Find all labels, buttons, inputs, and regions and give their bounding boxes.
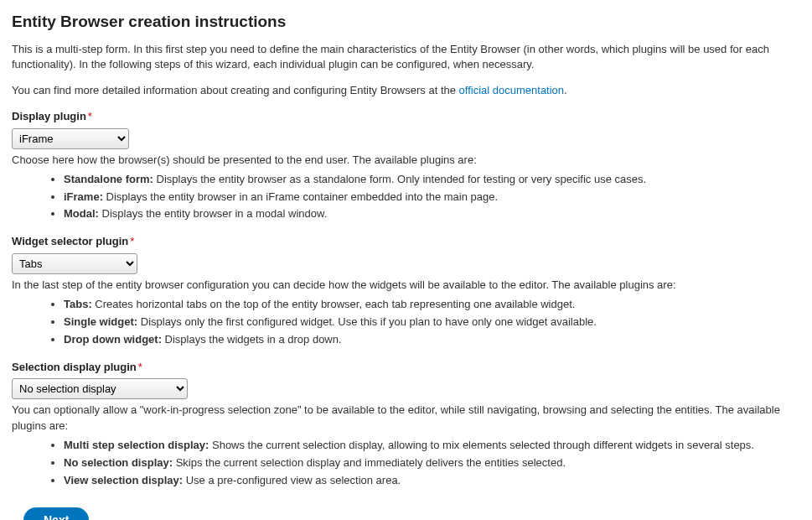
display-plugin-label: Display plugin* bbox=[12, 109, 92, 125]
widget-selector-label: Widget selector plugin* bbox=[12, 234, 134, 250]
display-plugin-options-list: Standalone form: Displays the entity bro… bbox=[12, 172, 800, 223]
option-desc: Displays the entity browser in an iFrame… bbox=[103, 190, 498, 203]
option-name: No selection display: bbox=[64, 456, 173, 469]
option-name: Drop down widget: bbox=[64, 333, 162, 346]
option-desc: Skips the current selection display and … bbox=[173, 456, 566, 469]
selection-display-options-list: Multi step selection display: Shows the … bbox=[12, 438, 800, 489]
option-name: Modal: bbox=[64, 207, 99, 220]
option-name: Standalone form: bbox=[64, 173, 153, 185]
list-item: Multi step selection display: Shows the … bbox=[64, 438, 800, 454]
selection-display-label: Selection display plugin* bbox=[12, 360, 142, 376]
list-item: iFrame: Displays the entity browser in a… bbox=[64, 190, 800, 205]
required-marker: * bbox=[130, 235, 134, 247]
page-title: Entity Browser creation instructions bbox=[12, 10, 800, 34]
intro-paragraph-2: You can find more detailed information a… bbox=[12, 83, 800, 99]
display-plugin-label-text: Display plugin bbox=[12, 110, 86, 122]
list-item: Single widget: Displays only the first c… bbox=[64, 315, 800, 330]
list-item: View selection display: Use a pre-config… bbox=[64, 473, 800, 489]
intro2-prefix: You can find more detailed information a… bbox=[12, 84, 459, 96]
option-name: Multi step selection display: bbox=[64, 439, 209, 451]
intro2-suffix: . bbox=[564, 84, 567, 96]
widget-selector-label-text: Widget selector plugin bbox=[12, 235, 128, 247]
option-desc: Use a pre-configured view as selection a… bbox=[183, 474, 401, 486]
display-plugin-select[interactable]: iFrame bbox=[12, 128, 129, 149]
official-documentation-link[interactable]: official documentation bbox=[459, 84, 565, 96]
next-button[interactable]: Next bbox=[23, 507, 89, 520]
required-marker: * bbox=[138, 361, 142, 373]
option-desc: Displays the widgets in a drop down. bbox=[162, 333, 342, 346]
option-desc: Displays the entity browser in a modal w… bbox=[99, 207, 327, 220]
widget-selector-select[interactable]: Tabs bbox=[12, 253, 137, 274]
list-item: Modal: Displays the entity browser in a … bbox=[64, 206, 800, 222]
intro-paragraph-1: This is a multi-step form. In this first… bbox=[12, 42, 800, 74]
display-plugin-help: Choose here how the browser(s) should be… bbox=[12, 153, 800, 169]
widget-selector-help: In the last step of the entity browser c… bbox=[12, 278, 800, 294]
widget-selector-options-list: Tabs: Creates horizontal tabs on the top… bbox=[12, 297, 800, 348]
list-item: Tabs: Creates horizontal tabs on the top… bbox=[64, 297, 800, 313]
display-plugin-section: Display plugin* iFrame Choose here how t… bbox=[12, 109, 800, 222]
option-name: iFrame: bbox=[64, 190, 103, 203]
option-desc: Shows the current selection display, all… bbox=[209, 439, 754, 451]
selection-display-section: Selection display plugin* No selection d… bbox=[12, 360, 800, 489]
required-marker: * bbox=[88, 110, 92, 122]
list-item: Standalone form: Displays the entity bro… bbox=[64, 172, 800, 188]
option-desc: Displays the entity browser as a standal… bbox=[153, 173, 646, 185]
selection-display-select[interactable]: No selection display bbox=[12, 378, 188, 399]
option-name: Tabs: bbox=[64, 298, 92, 310]
selection-display-help: You can optionally allow a "work-in-prog… bbox=[12, 403, 800, 434]
list-item: Drop down widget: Displays the widgets i… bbox=[64, 332, 800, 348]
option-desc: Displays only the first configured widge… bbox=[137, 315, 597, 328]
widget-selector-section: Widget selector plugin* Tabs In the last… bbox=[12, 234, 800, 347]
option-name: View selection display: bbox=[64, 474, 183, 486]
list-item: No selection display: Skips the current … bbox=[64, 455, 800, 471]
selection-display-label-text: Selection display plugin bbox=[12, 361, 137, 373]
option-desc: Creates horizontal tabs on the top of th… bbox=[92, 298, 576, 310]
option-name: Single widget: bbox=[64, 315, 137, 328]
